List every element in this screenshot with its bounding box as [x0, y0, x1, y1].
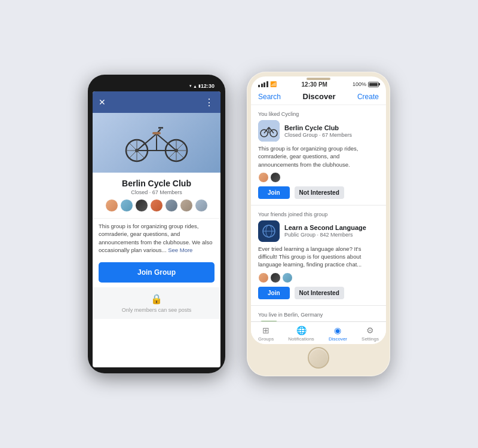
tab-settings-label: Settings — [361, 336, 379, 342]
tab-groups-label: Groups — [258, 336, 274, 342]
discover-reason-cycling: You liked Cycling — [258, 111, 379, 117]
avatar-5 — [165, 199, 178, 212]
iphone-device: 📶 12:30 PM 100% Search Discover Create — [247, 72, 390, 376]
iphone-screen: 📶 12:30 PM 100% Search Discover Create — [251, 76, 386, 344]
android-header: ✕ ⋮ — [93, 91, 220, 113]
avatar-1 — [105, 199, 118, 212]
avatar-4 — [150, 199, 163, 212]
group-name-language: Learn a Second Language — [284, 224, 366, 231]
member-avatars-row — [99, 199, 215, 212]
group-description-language: Ever tried learning a language alone? It… — [258, 245, 379, 269]
group-text-language: Learn a Second Language Public Group · 8… — [284, 224, 366, 238]
cycling-avatar-svg — [258, 120, 280, 142]
android-group-meta: Closed · 67 Members — [99, 189, 215, 195]
discover-reason-language: Your friends joined this group — [258, 211, 379, 217]
tab-settings[interactable]: ⚙ Settings — [361, 326, 379, 342]
ios-time: 12:30 PM — [302, 81, 327, 88]
see-more-link[interactable]: See More — [168, 247, 192, 253]
tab-notifications-label: Notifications — [288, 336, 314, 342]
signal-icon: ▲ — [193, 84, 197, 88]
tab-discover[interactable]: ◉ Discover — [329, 326, 347, 342]
groups-icon: ⊞ — [262, 326, 269, 335]
group-avatar-cycling — [258, 120, 280, 142]
android-screen: ✕ ⋮ — [93, 91, 220, 367]
scene: ▾ ▲ ▮ 12:30 ✕ ⋮ — [0, 0, 478, 448]
join-button-berlin-cycle[interactable]: Join — [258, 186, 290, 199]
bicycle-illustration — [124, 121, 189, 165]
group-meta-berlin-cycle: Closed Group · 67 Members — [284, 132, 352, 138]
group-actions-berlin-cycle: Join Not Interested — [258, 186, 379, 199]
not-interested-button-language[interactable]: Not Interested — [295, 287, 344, 299]
only-members-text: Only members can see posts — [122, 307, 192, 313]
search-button[interactable]: Search — [258, 93, 281, 101]
group-card-bookclub: You live in Berlin, Germany Mitte Neighb… — [251, 306, 386, 321]
group-cover-image — [93, 113, 220, 173]
home-button[interactable] — [308, 347, 329, 369]
android-group-info: Berlin Cycle Club Closed · 67 Members — [93, 173, 220, 219]
notifications-icon: 🌐 — [296, 326, 307, 335]
friend-avatar-lang-2 — [270, 272, 281, 283]
wifi-icon: ▾ — [189, 84, 192, 88]
group-card-berlin-cycle: You liked Cycling — [251, 105, 386, 205]
group-description-berlin-cycle: This group is for organizing group rides… — [258, 145, 379, 168]
tab-notifications[interactable]: 🌐 Notifications — [288, 326, 314, 342]
group-header-language: Learn a Second Language Public Group · 8… — [258, 220, 379, 242]
tab-discover-label: Discover — [329, 336, 347, 342]
android-status-icons: ▾ ▲ ▮ — [189, 84, 201, 88]
friend-avatars-cycling — [258, 172, 379, 183]
android-footer: 🔒 Only members can see posts — [93, 287, 220, 319]
friend-avatar-2 — [270, 172, 281, 183]
not-interested-button-berlin-cycle[interactable]: Not Interested — [295, 186, 344, 199]
android-group-description: This group is for organizing group rides… — [93, 219, 220, 257]
group-meta-language: Public Group · 842 Members — [284, 232, 366, 238]
ios-tab-bar: ⊞ Groups 🌐 Notifications ◉ Discover ⚙ Se… — [251, 321, 386, 344]
svg-rect-17 — [152, 132, 161, 134]
svg-point-19 — [135, 149, 139, 152]
friend-avatar-lang-3 — [282, 272, 293, 283]
group-text-cycling: Berlin Cycle Club Closed Group · 67 Memb… — [284, 124, 352, 138]
svg-point-20 — [174, 149, 178, 152]
group-actions-language: Join Not Interested — [258, 287, 379, 299]
avatar-3 — [135, 199, 148, 212]
join-button-language[interactable]: Join — [258, 287, 290, 299]
discover-content: You liked Cycling — [251, 105, 386, 321]
lock-icon: 🔒 — [151, 293, 163, 305]
avatar-2 — [120, 199, 133, 212]
discover-icon: ◉ — [334, 326, 341, 335]
signal-bars-icon — [258, 81, 268, 87]
ios-status-bar: 📶 12:30 PM 100% — [251, 76, 386, 90]
join-group-button[interactable]: Join Group — [99, 262, 215, 283]
group-header-cycling: Berlin Cycle Club Closed Group · 67 Memb… — [258, 120, 379, 142]
battery-percentage: 100% — [353, 81, 366, 87]
friend-avatar-lang-1 — [258, 272, 269, 283]
group-card-language: Your friends joined this group Learn a — [251, 205, 386, 306]
discover-reason-bookclub: You live in Berlin, Germany — [258, 312, 379, 318]
android-time: 12:30 — [201, 83, 215, 89]
avatar-6 — [180, 199, 193, 212]
android-status-bar: ▾ ▲ ▮ 12:30 — [93, 81, 220, 91]
ios-status-right: 100% — [353, 81, 379, 87]
create-button[interactable]: Create — [357, 93, 379, 101]
language-avatar-svg — [258, 220, 280, 242]
close-button[interactable]: ✕ — [99, 97, 106, 107]
discover-title: Discover — [303, 92, 336, 101]
avatar-7 — [195, 199, 208, 212]
android-group-name: Berlin Cycle Club — [99, 179, 215, 188]
battery-icon — [368, 82, 379, 87]
settings-icon: ⚙ — [366, 326, 374, 335]
friend-avatar-1 — [258, 172, 269, 183]
wifi-icon: 📶 — [270, 81, 277, 87]
more-button[interactable]: ⋮ — [204, 97, 215, 108]
ios-nav-bar: Search Discover Create — [251, 90, 386, 105]
ios-status-left: 📶 — [258, 81, 277, 87]
android-device: ▾ ▲ ▮ 12:30 ✕ ⋮ — [88, 75, 225, 373]
group-avatar-language — [258, 220, 280, 242]
friend-avatars-language — [258, 272, 379, 283]
tab-groups[interactable]: ⊞ Groups — [258, 326, 274, 342]
group-name-berlin-cycle: Berlin Cycle Club — [284, 124, 352, 131]
